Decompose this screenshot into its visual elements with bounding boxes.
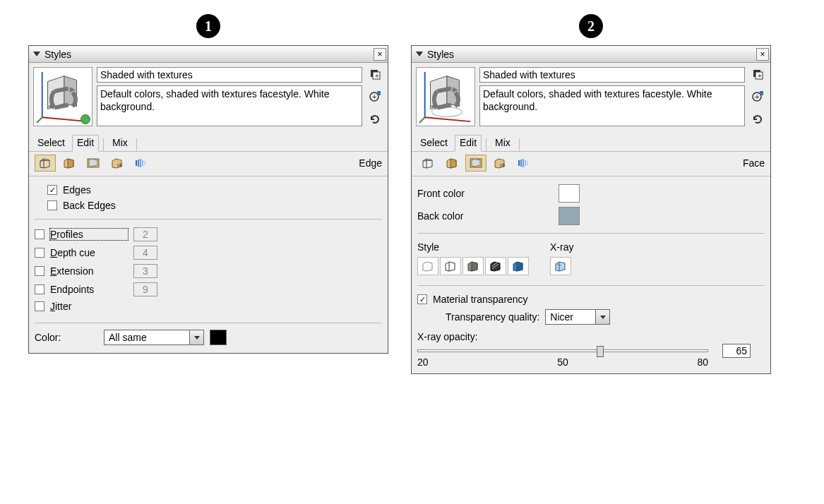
checkbox-depth-cue[interactable]: [35, 248, 44, 258]
input-extension[interactable]: [133, 264, 157, 278]
slider-tick: 80: [697, 356, 708, 368]
style-preview[interactable]: [416, 67, 475, 126]
expand-icon: +: [751, 68, 764, 80]
styles-panel-1: Styles ×: [28, 45, 388, 354]
modeling-settings-button[interactable]: [131, 155, 152, 172]
transparency-quality-select[interactable]: Nicer: [545, 309, 610, 325]
svg-marker-17: [89, 159, 97, 167]
label-back-edges: Back Edges: [63, 200, 116, 211]
label-extension: Extension: [50, 265, 128, 277]
callout-badge-1: 1: [196, 14, 220, 38]
label-depth-cue: Depth cue: [50, 247, 128, 258]
svg-rect-50: [527, 161, 528, 165]
style-description[interactable]: Default colors, shaded with textures fac…: [479, 85, 745, 126]
tab-mix[interactable]: Mix: [108, 136, 132, 151]
label-transparency-quality: Transparency quality:: [446, 311, 539, 323]
create-new-style-button[interactable]: +: [751, 90, 765, 104]
front-color-swatch[interactable]: [559, 184, 580, 203]
label-xray: X-ray: [550, 241, 573, 253]
update-style-button[interactable]: [751, 112, 765, 126]
background-settings-button[interactable]: [465, 155, 486, 172]
svg-marker-52: [446, 262, 455, 271]
svg-text:+: +: [372, 92, 376, 101]
slider-tick: 20: [417, 356, 429, 368]
panel-title: Styles: [427, 49, 756, 60]
input-profiles[interactable]: [133, 227, 157, 241]
checkbox-back-edges[interactable]: [47, 200, 57, 210]
label-edges: Edges: [63, 184, 91, 196]
tab-select[interactable]: Select: [416, 136, 452, 151]
svg-text:+: +: [755, 92, 759, 101]
expand-icon: +: [369, 68, 381, 80]
face-style-textured[interactable]: [485, 257, 506, 275]
svg-line-27: [419, 117, 425, 123]
background-settings-button[interactable]: [83, 155, 104, 172]
label-endpoints: Endpoints: [50, 284, 128, 295]
watermark-settings-button[interactable]: ok: [107, 155, 128, 172]
add-with-badge-icon: +: [751, 90, 764, 103]
tab-edit[interactable]: Edit: [72, 135, 99, 152]
section-label: Edge: [359, 157, 382, 169]
svg-rect-24: [144, 161, 145, 165]
svg-marker-41: [450, 159, 456, 168]
tab-separator: [136, 138, 137, 151]
show-secondary-button[interactable]: +: [368, 67, 382, 81]
svg-rect-22: [140, 159, 141, 167]
checkbox-material-transparency[interactable]: ✓: [417, 294, 427, 304]
svg-text:+: +: [758, 72, 762, 80]
close-button[interactable]: ×: [374, 48, 386, 61]
update-style-button[interactable]: [368, 112, 382, 126]
input-endpoints[interactable]: [133, 282, 157, 296]
show-secondary-button[interactable]: +: [751, 67, 765, 81]
status-indicator-icon: [80, 114, 90, 124]
xray-opacity-slider[interactable]: [417, 349, 708, 352]
checkbox-profiles[interactable]: [35, 229, 44, 239]
style-name-input[interactable]: [479, 67, 745, 83]
tab-bar: Select Edit Mix: [412, 131, 770, 152]
label-color: Color:: [35, 332, 98, 343]
face-style-hidden-line[interactable]: [440, 257, 461, 275]
section-label: Face: [743, 157, 765, 169]
xray-opacity-input[interactable]: [722, 344, 751, 358]
checkbox-endpoints[interactable]: [35, 284, 44, 294]
titlebar: Styles ×: [412, 46, 770, 63]
svg-rect-10: [377, 91, 381, 95]
face-style-shaded[interactable]: [462, 257, 484, 275]
tab-select[interactable]: Select: [33, 136, 69, 151]
edge-color-swatch[interactable]: [210, 330, 227, 345]
checkbox-edges[interactable]: ✓: [47, 185, 57, 195]
face-settings-button[interactable]: [441, 155, 462, 172]
add-with-badge-icon: +: [369, 90, 381, 103]
refresh-icon: [369, 113, 381, 126]
xray-toggle[interactable]: [550, 257, 571, 275]
collapse-caret-icon[interactable]: [416, 52, 423, 56]
chevron-down-icon: [189, 330, 203, 344]
svg-line-26: [425, 117, 470, 121]
edge-settings-button[interactable]: [417, 155, 438, 172]
checkbox-jitter[interactable]: [35, 301, 44, 311]
back-color-swatch[interactable]: [559, 207, 580, 225]
style-preview[interactable]: [33, 67, 92, 126]
slider-thumb[interactable]: [597, 346, 604, 357]
tab-separator: [103, 138, 104, 151]
titlebar: Styles ×: [29, 46, 388, 63]
tab-mix[interactable]: Mix: [491, 136, 515, 151]
collapse-caret-icon[interactable]: [33, 52, 40, 56]
watermark-settings-button[interactable]: ok: [489, 155, 510, 172]
svg-rect-21: [138, 160, 139, 167]
close-button[interactable]: ×: [756, 48, 769, 61]
face-style-monochrome[interactable]: [508, 257, 529, 275]
style-name-input[interactable]: [97, 67, 362, 83]
label-style: Style: [417, 241, 529, 253]
create-new-style-button[interactable]: +: [368, 90, 382, 104]
face-style-wireframe[interactable]: [417, 257, 438, 275]
modeling-settings-button[interactable]: [513, 155, 535, 172]
style-description[interactable]: Default colors, shaded with textures fac…: [97, 85, 362, 126]
checkbox-extension[interactable]: [35, 266, 44, 276]
input-depth-cue[interactable]: [133, 246, 157, 260]
edge-color-select[interactable]: All same: [104, 330, 204, 345]
svg-text:ok: ok: [500, 162, 506, 167]
face-settings-button[interactable]: [59, 155, 80, 172]
edge-settings-button[interactable]: [35, 155, 56, 172]
tab-edit[interactable]: Edit: [455, 135, 482, 152]
